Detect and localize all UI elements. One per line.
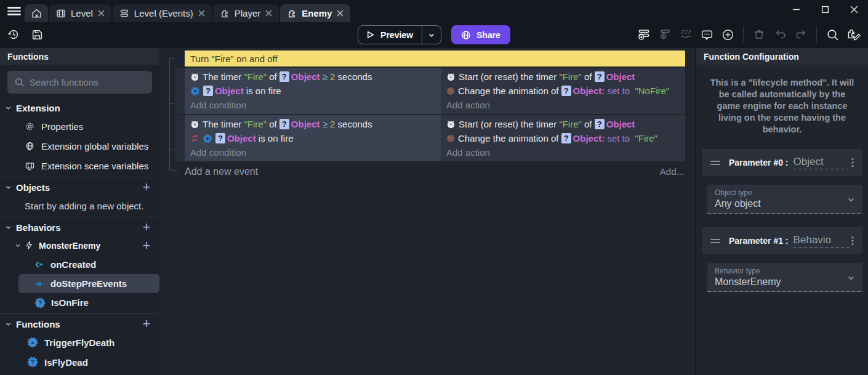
sidebar-item-oncreated[interactable]: onCreated bbox=[0, 255, 159, 274]
tab-label: Level bbox=[71, 8, 93, 18]
preview-dropdown-icon[interactable] bbox=[422, 31, 441, 39]
add-object-button[interactable]: + bbox=[141, 182, 152, 193]
add-condition-link[interactable]: Add condition bbox=[190, 145, 441, 159]
share-button[interactable]: Share bbox=[451, 25, 510, 44]
behavior-condition-icon bbox=[190, 86, 200, 96]
tab-label: Player bbox=[235, 8, 261, 18]
window-controls bbox=[790, 4, 859, 15]
search-icon bbox=[14, 77, 25, 87]
add-more-link[interactable]: Add... bbox=[660, 166, 684, 177]
parameter-0-card[interactable]: Parameter #0 : Object bbox=[702, 149, 862, 176]
svg-text:»: » bbox=[31, 339, 34, 346]
functions-sidebar: Functions Extension Properties Extension… bbox=[0, 48, 159, 375]
add-subevent-icon[interactable] bbox=[656, 26, 673, 43]
add-condition-link[interactable]: Add condition bbox=[190, 98, 441, 112]
undo-icon[interactable] bbox=[771, 26, 789, 43]
parameter-1-name-field[interactable]: Behavio bbox=[794, 234, 849, 248]
condition-timer[interactable]: The timer "Fire" of ?Object ≥ 2 seconds bbox=[190, 70, 441, 84]
add-action-link[interactable]: Add action bbox=[446, 98, 685, 112]
search-icon[interactable] bbox=[824, 26, 841, 43]
close-window-icon[interactable] bbox=[848, 4, 859, 15]
actions-column: Start (or reset) the timer "Fire" of ?Ob… bbox=[441, 68, 685, 114]
preview-button[interactable]: Preview bbox=[358, 25, 441, 44]
tab-enemy[interactable]: Enemy bbox=[280, 4, 350, 22]
add-event-icon[interactable] bbox=[635, 26, 653, 43]
add-function-button[interactable]: + bbox=[141, 318, 152, 329]
tab-player[interactable]: Player bbox=[213, 4, 279, 22]
event-drag-handle[interactable] bbox=[175, 68, 185, 114]
play-icon bbox=[366, 30, 375, 39]
minimize-icon[interactable] bbox=[790, 4, 802, 15]
drag-handle-icon[interactable] bbox=[710, 159, 720, 167]
redo-icon[interactable] bbox=[792, 26, 810, 43]
lifecycle-description: This is a "lifecycle method". It will be… bbox=[706, 77, 858, 135]
timer-icon bbox=[446, 72, 456, 81]
kebab-menu-icon[interactable] bbox=[849, 158, 856, 167]
tab-level[interactable]: Level bbox=[49, 4, 111, 22]
edit-extension-icon[interactable] bbox=[845, 26, 862, 43]
section-extension[interactable]: Extension bbox=[0, 99, 159, 116]
close-tab-icon[interactable] bbox=[198, 10, 205, 17]
event-drag-handle[interactable] bbox=[175, 115, 185, 161]
object-icon: ? bbox=[595, 71, 605, 82]
svg-text:?: ? bbox=[38, 299, 42, 307]
behavior-monsterenemy[interactable]: MonsterEnemy + bbox=[0, 236, 159, 255]
behavior-type-select[interactable]: Behavior type MonsterEnemy bbox=[707, 263, 862, 292]
menu-icon[interactable] bbox=[7, 7, 21, 15]
parameter-0-name-field[interactable]: Object bbox=[794, 156, 849, 169]
parameter-1-card[interactable]: Parameter #1 : Behavio bbox=[702, 227, 862, 254]
sidebar-item-isonfire[interactable]: ? IsOnFire bbox=[0, 293, 159, 312]
comment-icon[interactable] bbox=[698, 26, 715, 43]
lifecycle-icon bbox=[34, 280, 45, 288]
close-tab-icon[interactable] bbox=[265, 10, 272, 17]
sidebar-item-triggerflydeath[interactable]: » TriggerFlyDeath bbox=[0, 333, 159, 352]
action-start-timer[interactable]: Start (or reset) the timer "Fire" of ?Ob… bbox=[446, 70, 685, 84]
tab-level-events[interactable]: Level (Events) bbox=[113, 4, 212, 22]
condition-is-on-fire[interactable]: ?Object is on fire bbox=[190, 84, 441, 98]
close-tab-icon[interactable] bbox=[337, 10, 344, 17]
add-behavior-button[interactable]: + bbox=[141, 222, 152, 233]
lifecycle-icon bbox=[34, 260, 45, 269]
sidebar-item-extension-global-variables[interactable]: Extension global variables bbox=[0, 136, 159, 156]
object-type-select[interactable]: Object type Any object bbox=[707, 185, 862, 214]
share-label: Share bbox=[476, 30, 500, 40]
condition-is-on-fire-inverted[interactable]: ?Object is on fire bbox=[190, 131, 441, 145]
search-functions-input[interactable] bbox=[7, 71, 152, 94]
action-start-timer[interactable]: Start (or reset) the timer "Fire" of ?Ob… bbox=[446, 117, 685, 131]
sidebar-item-properties[interactable]: Properties bbox=[0, 116, 159, 136]
timer-icon bbox=[190, 119, 199, 129]
timer-icon bbox=[446, 119, 456, 129]
section-functions[interactable]: Functions + bbox=[0, 315, 159, 333]
add-new-event-link[interactable]: Add a new event bbox=[185, 166, 258, 177]
close-tab-icon[interactable] bbox=[98, 10, 105, 17]
condition-timer[interactable]: The timer "Fire" of ?Object ≥ 2 seconds bbox=[190, 117, 441, 131]
action-change-animation[interactable]: Change the animation of ?Object: set to … bbox=[446, 131, 685, 145]
events-sheet: Turn "Fire" on and off The timer "Fire" … bbox=[159, 48, 695, 375]
tab-label: Level (Events) bbox=[134, 8, 193, 18]
sidebar-item-isflydead[interactable]: ? IsFlyDead bbox=[0, 352, 159, 372]
event-row: The timer "Fire" of ?Object ≥ 2 seconds … bbox=[175, 68, 685, 114]
sidebar-item-extension-scene-variables[interactable]: Extension scene variables bbox=[0, 156, 159, 175]
sidebar-item-dostepprevents[interactable]: doStepPreEvents bbox=[18, 274, 159, 293]
section-objects[interactable]: Objects + bbox=[0, 179, 159, 196]
comment-event[interactable]: Turn "Fire" on and off bbox=[185, 50, 685, 67]
drag-handle-icon[interactable] bbox=[710, 237, 720, 245]
add-behavior-function-button[interactable]: + bbox=[141, 240, 152, 251]
chevron-down-icon bbox=[847, 196, 855, 204]
action-change-animation[interactable]: Change the animation of ?Object: set to … bbox=[446, 84, 685, 98]
add-circle-icon[interactable] bbox=[719, 26, 736, 43]
add-action-link[interactable]: Add action bbox=[446, 145, 685, 159]
chevron-down-icon bbox=[5, 224, 16, 231]
add-other-event-icon[interactable] bbox=[677, 26, 694, 43]
chevron-down-icon bbox=[5, 105, 16, 111]
toolbar: Preview Share bbox=[0, 22, 868, 48]
home-icon bbox=[31, 8, 42, 18]
tab-home[interactable] bbox=[25, 4, 48, 22]
delete-icon[interactable] bbox=[750, 26, 768, 43]
section-behaviors[interactable]: Behaviors + bbox=[0, 219, 159, 236]
title-bar: Level Level (Events) Player bbox=[0, 0, 868, 22]
svg-text:?: ? bbox=[31, 358, 35, 366]
kebab-menu-icon[interactable] bbox=[849, 236, 856, 246]
maximize-icon[interactable] bbox=[819, 4, 830, 15]
objects-empty-text: Start by adding a new object. bbox=[0, 196, 159, 216]
